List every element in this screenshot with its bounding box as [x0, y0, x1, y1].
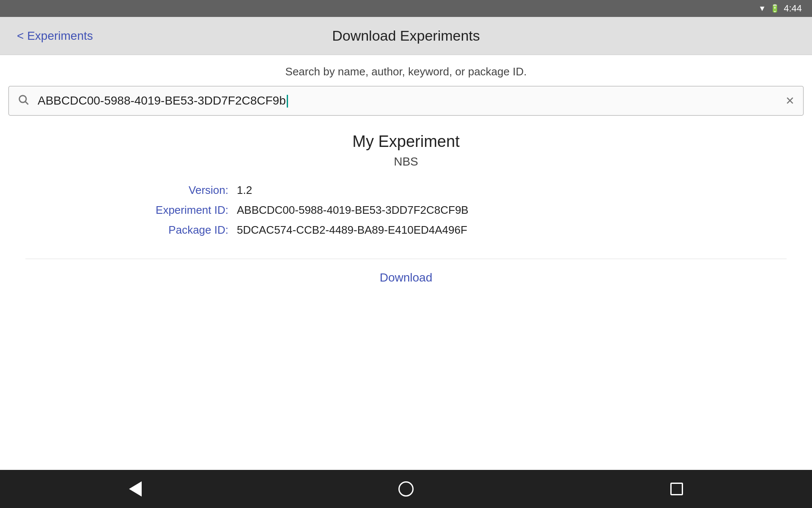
back-nav-icon [129, 481, 142, 497]
download-button[interactable]: Download [380, 271, 433, 284]
experiment-title: My Experiment [352, 133, 459, 151]
status-bar: ▼ 🔋 4:44 [0, 0, 812, 17]
back-button[interactable]: < Experiments [17, 29, 93, 43]
search-input[interactable]: ABBCDC00-5988-4019-BE53-3DD7F2C8CF9b [38, 94, 785, 108]
search-hint: Search by name, author, keyword, or pack… [0, 55, 812, 86]
search-bar-container: ABBCDC00-5988-4019-BE53-3DD7F2C8CF9b ✕ [0, 86, 812, 116]
recents-nav-icon [670, 483, 683, 495]
search-bar: ABBCDC00-5988-4019-BE53-3DD7F2C8CF9b ✕ [8, 86, 804, 116]
clear-icon[interactable]: ✕ [785, 94, 795, 108]
package-id-label: Package ID: [110, 224, 228, 237]
battery-icon: 🔋 [770, 4, 779, 13]
version-value: 1.2 [237, 184, 252, 197]
package-id-value: 5DCAC574-CCB2-4489-BA89-E410ED4A496F [237, 224, 467, 237]
bottom-nav [0, 470, 812, 508]
version-label: Version: [110, 184, 228, 197]
package-id-row: Package ID: 5DCAC574-CCB2-4489-BA89-E410… [110, 224, 702, 237]
search-value: ABBCDC00-5988-4019-BE53-3DD7F2C8CF9b [38, 94, 286, 107]
nav-home-button[interactable] [389, 476, 423, 502]
svg-line-1 [25, 102, 28, 104]
page-title: Download Experiments [332, 28, 480, 44]
status-time: 4:44 [784, 3, 802, 14]
version-row: Version: 1.2 [110, 184, 702, 197]
experiment-id-label: Experiment ID: [110, 204, 228, 217]
nav-back-button[interactable] [118, 476, 152, 502]
cursor [287, 95, 288, 108]
search-icon [17, 94, 29, 108]
experiment-id-value: ABBCDC00-5988-4019-BE53-3DD7F2C8CF9B [237, 204, 469, 217]
content-area: My Experiment NBS Version: 1.2 Experimen… [0, 116, 812, 470]
svg-point-0 [19, 95, 26, 102]
details-table: Version: 1.2 Experiment ID: ABBCDC00-598… [110, 184, 702, 243]
experiment-id-row: Experiment ID: ABBCDC00-5988-4019-BE53-3… [110, 204, 702, 217]
wifi-icon: ▼ [758, 4, 766, 13]
home-nav-icon [398, 481, 414, 497]
nav-recents-button[interactable] [660, 476, 694, 502]
status-icons: ▼ 🔋 4:44 [758, 3, 802, 14]
experiment-author: NBS [394, 155, 418, 168]
app-bar: < Experiments Download Experiments [0, 17, 812, 55]
divider [25, 259, 787, 259]
